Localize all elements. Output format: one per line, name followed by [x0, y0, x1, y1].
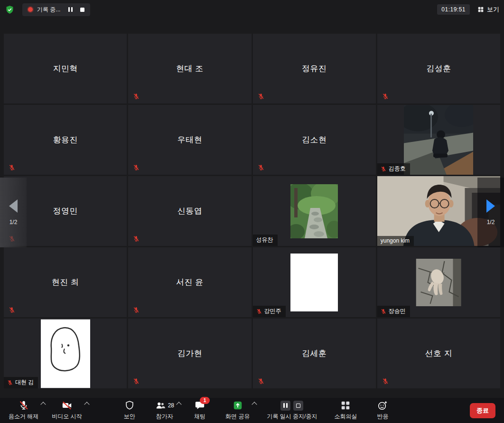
end-meeting-button[interactable]: 종료 [470, 403, 495, 418]
muted-mic-icon [382, 378, 389, 385]
chevron-up-icon[interactable] [84, 402, 89, 407]
next-page-control[interactable]: 1/2 [477, 178, 504, 247]
participant-name-label: 대현 김 [4, 377, 38, 388]
participant-tile[interactable]: 신동엽 [128, 176, 251, 246]
participant-tile[interactable]: 지민혁 [4, 34, 127, 103]
muted-mic-icon [7, 380, 13, 385]
shield-icon [124, 400, 135, 411]
breakout-rooms-icon [340, 400, 351, 411]
participant-video [290, 184, 338, 238]
encryption-shield-icon[interactable] [5, 5, 15, 15]
participant-tile[interactable]: 김가현 [128, 319, 251, 388]
participant-tile[interactable]: 김성훈 [377, 34, 500, 103]
unmute-button[interactable]: 음소거 해제 [9, 400, 38, 421]
page-indicator: 1/2 [487, 219, 495, 226]
view-label: 보기 [487, 5, 499, 14]
participant-name: 김가현 [128, 319, 251, 388]
participant-name-label: 장승민 [377, 306, 410, 317]
next-page-arrow-icon[interactable] [486, 199, 495, 213]
gallery-view: 지민혁 현대 조 정유진 김성훈 황용진 우태현 [0, 19, 504, 398]
participant-tile[interactable]: 성유찬 [253, 176, 376, 246]
recording-label: 기록 중... [37, 6, 60, 14]
participant-tile[interactable]: 김세훈 [253, 319, 376, 388]
participant-name: 정유진 [253, 34, 376, 103]
muted-mic-icon [9, 164, 15, 171]
chat-unread-badge: 1 [200, 397, 210, 404]
participant-video [416, 259, 461, 306]
participant-tile[interactable]: 김종호 [377, 105, 500, 175]
muted-mic-icon [258, 93, 264, 100]
participant-name: 신동엽 [128, 176, 251, 246]
muted-mic-icon [258, 378, 264, 385]
participant-tile[interactable]: 현대 조 [128, 34, 251, 103]
participant-tile[interactable]: 선호 지 [377, 319, 500, 388]
participant-tile[interactable]: 김소현 [253, 105, 376, 175]
participants-icon [155, 400, 166, 411]
muted-mic-icon [133, 93, 140, 100]
muted-mic-icon [133, 307, 140, 313]
participant-name-label: yungon kim [377, 236, 414, 246]
muted-mic-icon [256, 309, 262, 314]
gallery-view-icon [477, 6, 484, 13]
muted-mic-icon [133, 235, 140, 242]
stop-recording-icon[interactable] [80, 8, 84, 12]
security-button[interactable]: 보안 [121, 400, 138, 421]
reactions-smiley-icon [377, 400, 388, 411]
participant-name: 서진 윤 [128, 247, 251, 317]
participant-tile[interactable]: 서진 윤 [128, 247, 251, 317]
reactions-button[interactable]: 반응 [374, 400, 391, 421]
muted-mic-icon [381, 309, 386, 314]
muted-mic-icon [133, 164, 140, 171]
participant-name: 김세훈 [253, 319, 376, 388]
chevron-up-icon[interactable] [41, 402, 46, 407]
muted-mic-icon [382, 93, 389, 100]
participant-video [41, 319, 90, 388]
start-video-button[interactable]: 비디오 시작 [52, 400, 82, 421]
muted-mic-icon [381, 166, 386, 172]
participant-tile[interactable]: 황용진 [4, 105, 127, 175]
participants-count: 28 [168, 402, 174, 409]
participant-name: 김성훈 [377, 34, 500, 103]
participant-tile[interactable]: 우태현 [128, 105, 251, 175]
meeting-topbar: 기록 중... 01:19:51 보기 [0, 0, 504, 19]
participant-name: 현진 최 [4, 247, 127, 317]
recording-dot-icon [28, 7, 33, 12]
chevron-up-icon[interactable] [176, 402, 181, 407]
participant-name: 우태현 [128, 105, 251, 175]
view-button[interactable]: 보기 [477, 5, 499, 14]
participant-tile[interactable]: 대현 김 [4, 319, 127, 388]
chat-button[interactable]: 1 채팅 [191, 400, 208, 421]
pause-recording-icon[interactable] [280, 401, 290, 411]
camera-off-icon [62, 400, 72, 411]
participant-name: 현대 조 [128, 34, 251, 103]
participant-tile[interactable]: 정유진 [253, 34, 376, 103]
zoom-meeting-window: 기록 중... 01:19:51 보기 지민혁 현대 조 [0, 0, 504, 423]
participant-grid: 지민혁 현대 조 정유진 김성훈 황용진 우태현 [4, 34, 500, 388]
participant-video [404, 105, 473, 175]
stop-recording-icon[interactable] [293, 401, 303, 411]
muted-mic-icon [258, 164, 264, 171]
participant-tile[interactable]: 현진 최 [4, 247, 127, 317]
muted-mic-icon [133, 378, 140, 385]
prev-page-arrow-icon[interactable] [9, 199, 18, 213]
participant-video [290, 254, 338, 311]
participant-tile[interactable]: 장승민 [377, 247, 500, 317]
pause-recording-icon[interactable] [67, 7, 73, 12]
participant-name: 지민혁 [4, 34, 127, 103]
recording-indicator: 기록 중... [22, 3, 90, 16]
meeting-toolbar: 음소거 해제 비디오 시작 [0, 398, 504, 423]
chevron-up-icon[interactable] [252, 402, 257, 407]
muted-mic-icon [9, 307, 15, 313]
participants-button[interactable]: 28 참가자 [155, 400, 174, 421]
participant-name: 황용진 [4, 105, 127, 175]
prev-page-control[interactable]: 1/2 [0, 178, 27, 247]
mic-muted-icon [19, 400, 29, 411]
participant-name-label: 김종호 [377, 163, 410, 175]
breakout-rooms-button[interactable]: 소회의실 [334, 400, 357, 421]
participant-name-label: 강민주 [253, 306, 286, 317]
participant-name: 선호 지 [377, 319, 500, 388]
share-screen-button[interactable]: 화면 공유 [225, 400, 250, 421]
participant-tile[interactable]: 강민주 [253, 247, 376, 317]
share-screen-icon [233, 400, 243, 411]
recording-controls-button[interactable]: 기록 일시 중지/중지 [267, 400, 317, 421]
